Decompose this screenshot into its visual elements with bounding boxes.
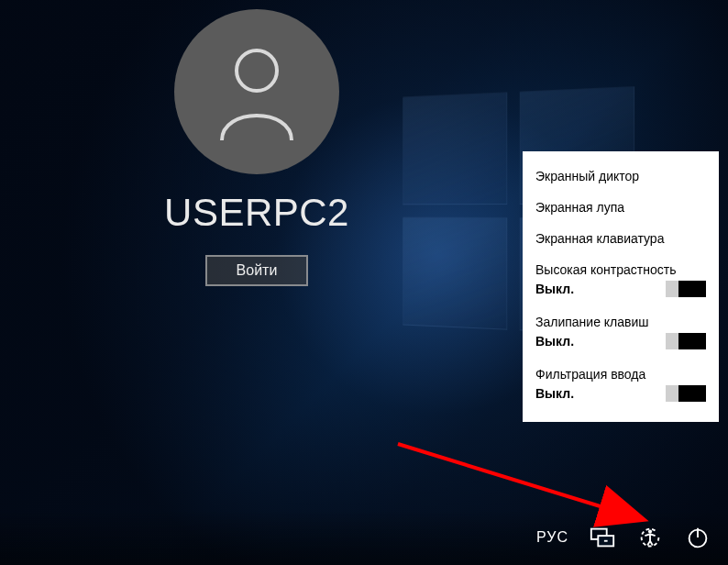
sticky-keys-toggle[interactable] (666, 333, 706, 349)
sign-in-button[interactable]: Войти (205, 255, 309, 286)
toggle-state: Выкл. (535, 386, 574, 401)
user-avatar (174, 9, 339, 174)
username-label: UserPC2 (110, 191, 403, 235)
power-icon[interactable] (684, 524, 711, 551)
ease-toggle-high-contrast: Высокая контрастность Выкл. (535, 254, 706, 306)
bottom-bar: РУС (0, 510, 728, 565)
ease-of-access-icon[interactable] (636, 524, 664, 551)
user-block: UserPC2 Войти (110, 9, 403, 286)
ease-item-narrator[interactable]: Экранный диктор (535, 161, 706, 192)
ease-toggle-filter-keys: Фильтрация ввода Выкл. (535, 359, 706, 411)
toggle-label: Высокая контрастность (535, 262, 706, 277)
network-icon[interactable] (589, 524, 616, 551)
toggle-label: Фильтрация ввода (535, 367, 706, 382)
high-contrast-toggle[interactable] (666, 281, 706, 297)
toggle-state: Выкл. (535, 282, 574, 296)
ease-item-magnifier[interactable]: Экранная лупа (535, 192, 706, 223)
ease-item-onscreen-keyboard[interactable]: Экранная клавиатура (535, 223, 706, 254)
svg-point-4 (648, 529, 652, 533)
filter-keys-toggle[interactable] (666, 385, 706, 402)
svg-line-7 (398, 444, 642, 519)
toggle-state: Выкл. (535, 334, 574, 349)
toggle-label: Залипание клавиш (535, 315, 706, 329)
language-indicator[interactable]: РУС (536, 529, 568, 546)
ease-of-access-popup: Экранный диктор Экранная лупа Экранная к… (523, 151, 719, 422)
ease-toggle-sticky-keys: Залипание клавиш Выкл. (535, 306, 706, 359)
svg-point-0 (237, 50, 277, 91)
user-icon (211, 41, 303, 142)
